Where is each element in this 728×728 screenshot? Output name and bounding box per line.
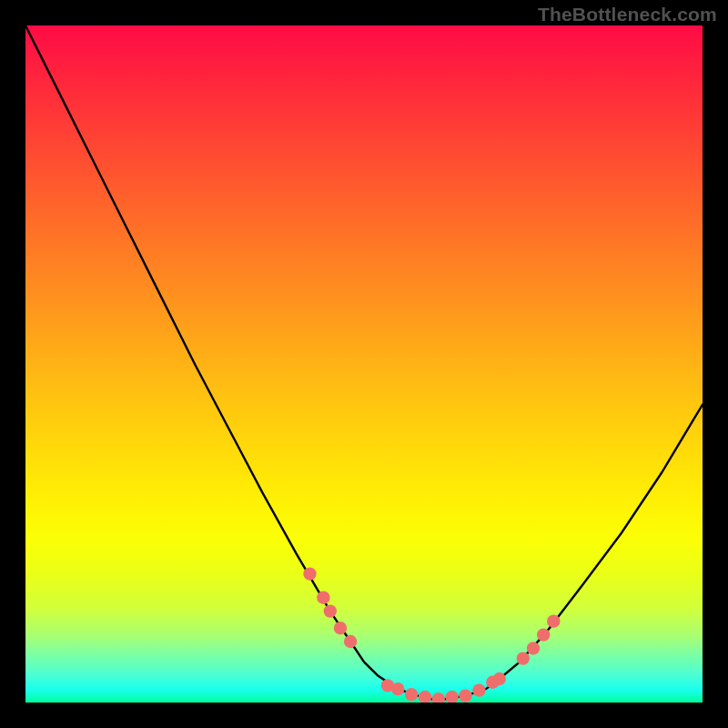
plot-area <box>25 25 703 703</box>
highlight-marker <box>303 567 316 580</box>
highlight-marker <box>344 635 357 648</box>
highlight-marker <box>446 691 459 703</box>
highlight-marker <box>493 672 506 685</box>
highlight-marker <box>432 693 445 703</box>
highlight-marker <box>472 683 485 696</box>
highlight-marker <box>547 615 560 628</box>
bottleneck-curve-path <box>25 25 703 699</box>
chart-frame: TheBottleneck.com <box>0 0 728 728</box>
highlight-marker <box>537 628 550 641</box>
highlight-markers <box>303 567 560 703</box>
bottleneck-curve <box>25 25 703 699</box>
highlight-marker <box>317 592 329 604</box>
highlight-marker <box>517 652 530 664</box>
highlight-marker <box>405 688 418 701</box>
highlight-marker <box>324 604 337 617</box>
highlight-marker <box>334 622 347 634</box>
curve-layer <box>25 25 703 703</box>
watermark-text: TheBottleneck.com <box>538 4 717 25</box>
highlight-marker <box>527 642 540 654</box>
highlight-marker <box>419 691 431 703</box>
highlight-marker <box>391 682 404 695</box>
highlight-marker <box>459 689 471 702</box>
